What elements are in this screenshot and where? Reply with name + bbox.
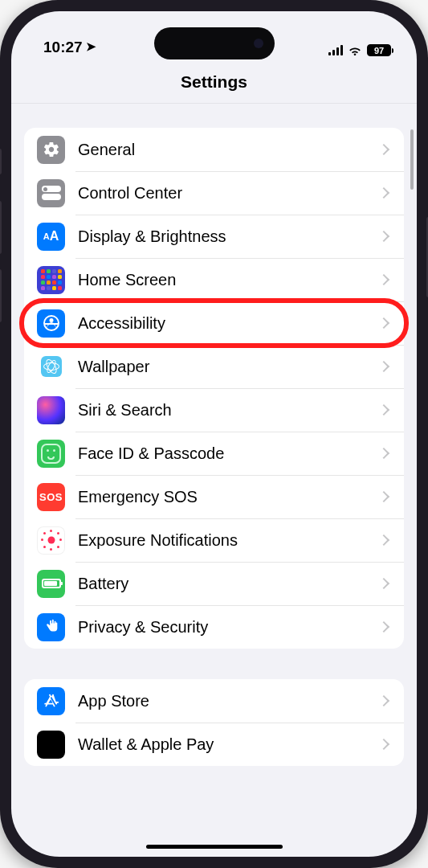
display-icon: AA: [37, 223, 65, 251]
status-time: 10:27: [43, 39, 83, 56]
row-general[interactable]: General: [24, 128, 404, 171]
row-accessibility[interactable]: Accessibility: [24, 301, 404, 345]
chevron-right-icon: [378, 534, 389, 546]
siri-icon: [37, 396, 65, 424]
battery-percentage: 97: [374, 46, 384, 55]
settings-scroll[interactable]: General Control Center AA Display & Brig…: [11, 104, 417, 856]
row-label: Siri & Search: [78, 401, 380, 420]
row-label: Emergency SOS: [78, 488, 380, 506]
chevron-right-icon: [378, 578, 389, 589]
row-label: Accessibility: [78, 314, 380, 333]
row-exposure[interactable]: Exposure Notifications: [24, 518, 404, 562]
location-icon: ➤: [86, 39, 96, 54]
row-display[interactable]: AA Display & Brightness: [24, 215, 404, 258]
settings-group-2: App Store Wallet & Apple Pay: [24, 679, 404, 766]
cellular-icon: [328, 45, 343, 55]
wifi-icon: [348, 45, 362, 56]
phone-frame: 10:27 ➤ 97 Settings Ge: [0, 0, 428, 868]
row-label: Home Screen: [78, 271, 380, 289]
row-label: Wallet & Apple Pay: [78, 735, 380, 754]
face-id-icon: [37, 440, 65, 468]
control-center-icon: [37, 179, 65, 207]
battery-settings-icon: [37, 570, 65, 598]
row-label: General: [78, 141, 380, 159]
row-label: Battery: [78, 575, 380, 593]
chevron-right-icon: [378, 317, 389, 329]
row-label: App Store: [78, 692, 380, 710]
wallpaper-icon: [37, 353, 65, 381]
screen: 10:27 ➤ 97 Settings Ge: [11, 11, 417, 857]
settings-group-1: General Control Center AA Display & Brig…: [24, 128, 404, 649]
home-indicator[interactable]: [146, 845, 283, 849]
chevron-right-icon: [378, 448, 389, 459]
volume-down-button: [0, 269, 2, 322]
row-label: Privacy & Security: [78, 618, 380, 637]
gear-icon: [37, 136, 65, 164]
row-faceid[interactable]: Face ID & Passcode: [24, 432, 404, 475]
scroll-indicator: [410, 129, 414, 190]
row-home-screen[interactable]: Home Screen: [24, 258, 404, 301]
accessibility-icon: [37, 309, 65, 338]
row-control-center[interactable]: Control Center: [24, 171, 404, 215]
volume-up-button: [0, 201, 2, 254]
row-wallpaper[interactable]: Wallpaper: [24, 345, 404, 388]
dynamic-island: [154, 27, 275, 59]
privacy-icon: [37, 613, 65, 641]
chevron-right-icon: [378, 361, 389, 372]
row-battery[interactable]: Battery: [24, 562, 404, 605]
row-label: Face ID & Passcode: [78, 444, 380, 463]
row-privacy[interactable]: Privacy & Security: [24, 605, 404, 649]
chevron-right-icon: [378, 739, 389, 750]
home-screen-icon: [37, 266, 65, 294]
exposure-icon: [37, 526, 65, 555]
row-siri[interactable]: Siri & Search: [24, 388, 404, 432]
chevron-right-icon: [378, 404, 389, 416]
row-label: Control Center: [78, 184, 380, 203]
chevron-right-icon: [378, 491, 389, 502]
status-left: 10:27 ➤: [35, 39, 96, 56]
row-wallet[interactable]: Wallet & Apple Pay: [24, 723, 404, 766]
row-label: Exposure Notifications: [78, 531, 380, 550]
row-sos[interactable]: SOS Emergency SOS: [24, 475, 404, 518]
chevron-right-icon: [378, 274, 389, 285]
wallet-icon: [37, 731, 65, 759]
row-app-store[interactable]: App Store: [24, 679, 404, 723]
battery-icon: 97: [367, 44, 391, 56]
chevron-right-icon: [378, 187, 389, 199]
app-store-icon: [37, 687, 65, 715]
page-title: Settings: [11, 58, 417, 104]
row-label: Display & Brightness: [78, 227, 380, 246]
chevron-right-icon: [378, 621, 389, 633]
chevron-right-icon: [378, 144, 389, 155]
sos-icon: SOS: [37, 483, 65, 511]
status-right: 97: [328, 44, 393, 56]
chevron-right-icon: [378, 231, 389, 242]
row-label: Wallpaper: [78, 358, 380, 376]
chevron-right-icon: [378, 695, 389, 706]
mute-switch: [0, 149, 2, 174]
